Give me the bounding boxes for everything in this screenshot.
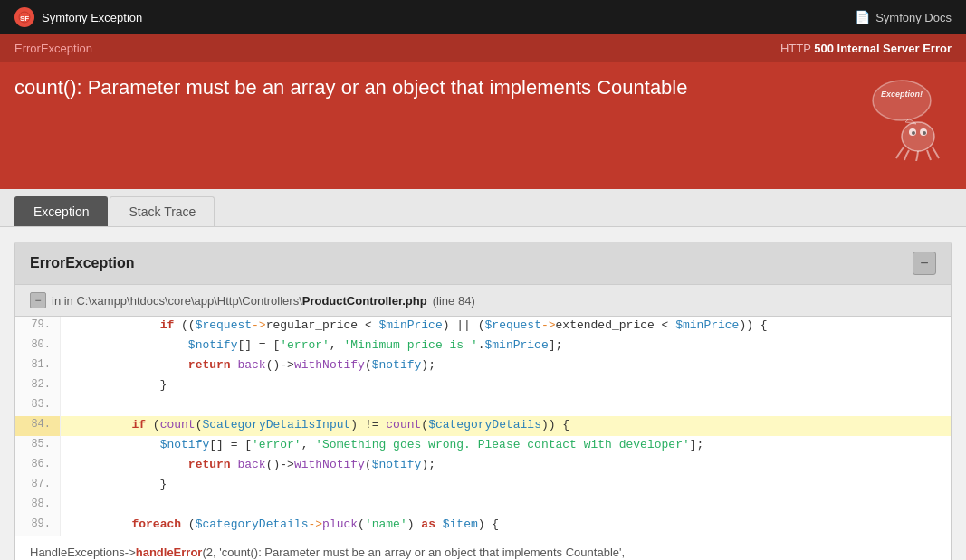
line-content-79: if (($request->regular_price < $minPrice… — [61, 317, 951, 337]
line-num-85: 85. — [15, 436, 61, 456]
exception-box-title: ErrorException — [30, 255, 135, 271]
line-label: line — [436, 294, 458, 308]
file-location: − in in C:\xampp\htdocs\core\app\Http\Co… — [15, 285, 951, 317]
error-message: count(): Parameter must be an array or a… — [14, 75, 687, 101]
http-message: Internal Server Error — [837, 42, 952, 55]
navbar: SF Symfony Exception 📄 Symfony Docs — [0, 0, 966, 34]
code-viewer: 79. if (($request->regular_price < $minP… — [15, 317, 951, 536]
docs-link[interactable]: 📄 Symfony Docs — [855, 10, 952, 24]
http-status: HTTP 500 Internal Server Error — [780, 42, 952, 55]
line-number: 84 — [458, 294, 471, 308]
error-meta-bar: ErrorException HTTP 500 Internal Server … — [0, 34, 966, 62]
exception-box: ErrorException − − in in C:\xampp\htdocs… — [14, 242, 952, 560]
line-num-79: 79. — [15, 317, 61, 337]
handle-error-arrow: -> — [125, 546, 136, 559]
octopus-svg: Exception! — [864, 75, 950, 161]
tabs-bar: Exception Stack Trace — [0, 189, 966, 227]
line-content-81: return back()->withNotify($notify); — [61, 356, 951, 376]
path-prefix: in C:\xampp\htdocs\core\app\Http\Control… — [64, 294, 302, 308]
code-line-82: 82. } — [15, 376, 951, 396]
http-code: 500 — [814, 42, 834, 55]
collapse-button[interactable]: − — [913, 252, 936, 275]
line-num-81: 81. — [15, 356, 61, 376]
docs-icon: 📄 — [855, 10, 870, 24]
octopus-mascot: Exception! — [861, 75, 952, 161]
line-content-88 — [61, 496, 951, 516]
code-line-84: 84. if (count($categoryDetailsInput) != … — [15, 416, 951, 436]
svg-point-5 — [902, 122, 934, 151]
file-path: in in C:\xampp\htdocs\core\app\Http\Cont… — [52, 294, 427, 308]
line-content-87: } — [61, 476, 951, 496]
line-info: (line 84) — [433, 294, 475, 308]
code-line-83: 83. — [15, 396, 951, 416]
error-message-container: count(): Parameter must be an array or a… — [14, 71, 687, 101]
docs-label: Symfony Docs — [875, 11, 952, 24]
tab-stack-trace[interactable]: Stack Trace — [110, 196, 215, 226]
svg-point-9 — [923, 131, 926, 135]
line-content-89: foreach ($categoryDetails->pluck('name')… — [61, 516, 951, 536]
filename: ProductController.php — [302, 294, 427, 308]
line-num-88: 88. — [15, 496, 61, 516]
code-line-86: 86. return back()->withNotify($notify); — [15, 456, 951, 476]
line-content-86: return back()->withNotify($notify); — [61, 456, 951, 476]
handle-exceptions-prefix: HandleExceptions — [30, 546, 125, 559]
line-content-82: } — [61, 376, 951, 396]
code-line-89: 89. foreach ($categoryDetails->pluck('na… — [15, 516, 951, 536]
svg-point-8 — [912, 131, 915, 135]
line-num-89: 89. — [15, 516, 61, 536]
brand-label: Symfony Exception — [42, 11, 142, 24]
error-header: count(): Parameter must be an array or a… — [0, 62, 966, 189]
handle-error-method: handleError — [136, 546, 203, 559]
line-num-84: 84. — [15, 416, 61, 436]
line-num-82: 82. — [15, 376, 61, 396]
symfony-logo: SF — [14, 7, 34, 27]
line-num-80: 80. — [15, 337, 61, 356]
line-content-84: if (count($categoryDetailsInput) != coun… — [61, 416, 951, 436]
code-line-88: 88. — [15, 496, 951, 516]
code-line-81: 81. return back()->withNotify($notify); — [15, 356, 951, 376]
line-num-87: 87. — [15, 476, 61, 496]
line-content-83 — [61, 396, 951, 416]
main-content: ErrorException − − in in C:\xampp\htdocs… — [0, 227, 966, 560]
brand: SF Symfony Exception — [14, 7, 142, 27]
collapse-small-button[interactable]: − — [30, 292, 46, 308]
code-line-80: 80. $notify[] = ['error', 'Minimum price… — [15, 337, 951, 356]
line-content-85: $notify[] = ['error', 'Something goes wr… — [61, 436, 951, 456]
line-num-83: 83. — [15, 396, 61, 416]
handle-error-bar: HandleExceptions->handleError(2, 'count(… — [15, 536, 951, 560]
svg-point-2 — [873, 81, 931, 120]
handle-error-args: (2, 'count(): Parameter must be an array… — [202, 546, 625, 559]
code-line-87: 87. } — [15, 476, 951, 496]
svg-text:SF: SF — [20, 14, 29, 23]
code-line-79: 79. if (($request->regular_price < $minP… — [15, 317, 951, 337]
exception-type-label: ErrorException — [14, 42, 92, 55]
line-num-86: 86. — [15, 456, 61, 476]
line-content-80: $notify[] = ['error', 'Minimum price is … — [61, 337, 951, 356]
tab-exception[interactable]: Exception — [14, 196, 108, 226]
code-line-85: 85. $notify[] = ['error', 'Something goe… — [15, 436, 951, 456]
svg-text:Exception!: Exception! — [880, 90, 922, 99]
exception-box-header: ErrorException − — [15, 242, 951, 285]
